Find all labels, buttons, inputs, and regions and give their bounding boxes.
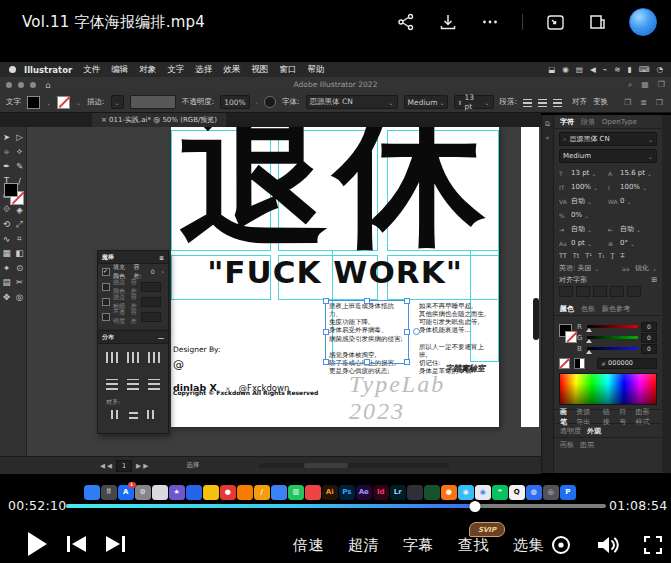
tool-icon[interactable]: ⟲	[0, 217, 13, 232]
opacity-field[interactable]: 100%	[220, 95, 249, 109]
horizontal-scale-stepper[interactable]: I100%⌄	[608, 183, 657, 191]
variable-width-profile[interactable]	[130, 95, 176, 109]
type-style-button[interactable]: T̶	[621, 252, 625, 260]
dock-icon[interactable]: Ps	[339, 485, 355, 501]
font-size-select[interactable]: ⬍13 pt⌄	[454, 95, 494, 109]
tool-icon[interactable]: ⟡	[13, 145, 26, 160]
status-icon[interactable]: ⬓	[548, 65, 555, 74]
tool-icon[interactable]: ⊙	[13, 261, 26, 276]
share-icon[interactable]	[396, 12, 416, 32]
cast-icon[interactable]	[551, 535, 571, 559]
align-left-icon[interactable]	[523, 98, 532, 107]
status-icon[interactable]: ◀	[590, 65, 596, 74]
expand-panels-icon[interactable]: ⧉	[542, 120, 553, 128]
dock-icon[interactable]: Ae	[356, 485, 372, 501]
tool-icon[interactable]: ▦	[0, 246, 13, 261]
dock-icon[interactable]	[407, 485, 423, 501]
checkbox[interactable]	[102, 268, 110, 276]
artboard-number-field[interactable]: 1	[116, 460, 132, 472]
align-to-key-object-icon[interactable]	[129, 410, 138, 419]
character-rotation-stepper[interactable]: ⊕0°⌄	[608, 239, 657, 247]
user-avatar[interactable]	[629, 8, 657, 36]
panel-tab[interactable]: 图形样式	[635, 407, 656, 427]
panel-menu-icon[interactable]: —	[158, 334, 164, 341]
share-screen-icon[interactable]: ❐	[658, 80, 665, 90]
distribute-top-icon[interactable]	[106, 379, 118, 390]
panel-tab[interactable]: 画板	[560, 440, 574, 450]
panel-tab[interactable]: 透明度	[560, 426, 581, 436]
tool-icon[interactable]: ✂	[13, 275, 26, 290]
insert-space-left-select[interactable]: ⇥自动⌄	[559, 224, 608, 234]
menu-item[interactable]: 帮助	[307, 64, 324, 76]
distribute-left-icon[interactable]	[106, 352, 118, 363]
language-select[interactable]: 英语: 美国	[559, 263, 592, 273]
artboard-2[interactable]	[521, 127, 539, 427]
play-button[interactable]	[26, 531, 48, 561]
selection-handle[interactable]	[364, 359, 370, 365]
dock-icon[interactable]	[152, 485, 168, 501]
glyph-align-option[interactable]	[559, 286, 573, 297]
type-style-button[interactable]: T₁	[598, 252, 605, 260]
status-icon[interactable]: ▤	[576, 65, 583, 74]
panel-tab[interactable]: 图层	[580, 440, 594, 450]
menu-item[interactable]: 对象	[139, 64, 156, 76]
dock-icon[interactable]: Q	[509, 485, 525, 501]
tool-icon[interactable]: ✥	[0, 290, 13, 305]
dock-icon[interactable]: ⚙	[135, 485, 151, 501]
magic-wand-row[interactable]: 不透明度 容差	[98, 309, 168, 324]
status-icon[interactable]: ⌨	[639, 65, 650, 74]
black-white-swatch[interactable]	[574, 358, 585, 369]
tool-icon[interactable]: ⤢	[13, 217, 26, 232]
insert-space-right-select[interactable]: ⇤自动⌄	[608, 224, 657, 234]
apple-logo-icon[interactable]	[9, 66, 16, 73]
dock-icon[interactable]: ⠿	[101, 485, 117, 501]
panel-tab[interactable]: 符号	[619, 407, 629, 427]
dock-icon[interactable]: ◉	[458, 485, 474, 501]
menu-app-name[interactable]: Illustrator	[24, 65, 72, 75]
menu-item[interactable]: 选择	[195, 64, 212, 76]
subtitle-button[interactable]: 字幕	[403, 536, 434, 555]
red-value[interactable]: 0	[641, 322, 657, 332]
workspace-switcher-icon[interactable]: ▦	[641, 80, 649, 90]
align-to-artboard-icon[interactable]	[147, 410, 156, 419]
progress-bar[interactable]	[66, 504, 606, 508]
color-panel-tab[interactable]: 色板	[581, 304, 595, 314]
tool-icon[interactable]: ✧	[0, 145, 13, 160]
tool-icon[interactable]: ◎	[13, 290, 26, 305]
tool-icon[interactable]: ◧	[13, 246, 26, 261]
none-swatch[interactable]	[559, 358, 570, 369]
green-value[interactable]: 0	[641, 333, 657, 343]
horizontal-scrollbar[interactable]	[259, 463, 449, 468]
selection-handle[interactable]	[323, 298, 329, 304]
dock-icon[interactable]: ❝	[492, 485, 508, 501]
progress-thumb[interactable]	[469, 501, 480, 512]
checkbox[interactable]	[102, 313, 110, 321]
rotate-handle[interactable]	[413, 328, 420, 335]
type-style-button[interactable]: TT	[559, 252, 567, 260]
distribute-right-icon[interactable]	[148, 352, 160, 363]
menu-item[interactable]: 视图	[251, 64, 268, 76]
glyph-align-option[interactable]	[593, 286, 607, 297]
canvas-scrollbar[interactable]	[533, 298, 539, 340]
type-style-button[interactable]: T¹	[585, 252, 592, 260]
menu-item[interactable]: 文字	[167, 64, 184, 76]
scrollbar-thumb[interactable]	[304, 463, 348, 468]
font-family-field[interactable]: ⌕思源黑体 CN⌄	[559, 132, 657, 146]
red-slider[interactable]	[587, 325, 638, 328]
dock-icon[interactable]: P	[560, 485, 576, 501]
selection-handle[interactable]	[323, 359, 329, 365]
panel-tab[interactable]: 资源导出	[576, 407, 597, 427]
tool-icon[interactable]: ⌗	[13, 232, 26, 247]
toolbar-fill-swatch[interactable]	[4, 183, 18, 197]
dock-icon[interactable]: A 1	[118, 485, 134, 501]
selection-handle[interactable]	[404, 329, 410, 335]
dock-icon[interactable]	[203, 485, 219, 501]
status-icon[interactable]: ◔	[656, 65, 663, 74]
status-icon[interactable]: ≋	[614, 65, 620, 74]
color-panel-tab[interactable]: 颜色	[560, 304, 574, 314]
dock-icon[interactable]	[84, 485, 100, 501]
glyph-align-icon[interactable]: ⊞	[651, 276, 657, 284]
mini-player-icon[interactable]	[587, 12, 607, 32]
character-panel-tab[interactable]: 字符	[560, 117, 574, 127]
type-style-button[interactable]: Tt	[573, 252, 580, 260]
